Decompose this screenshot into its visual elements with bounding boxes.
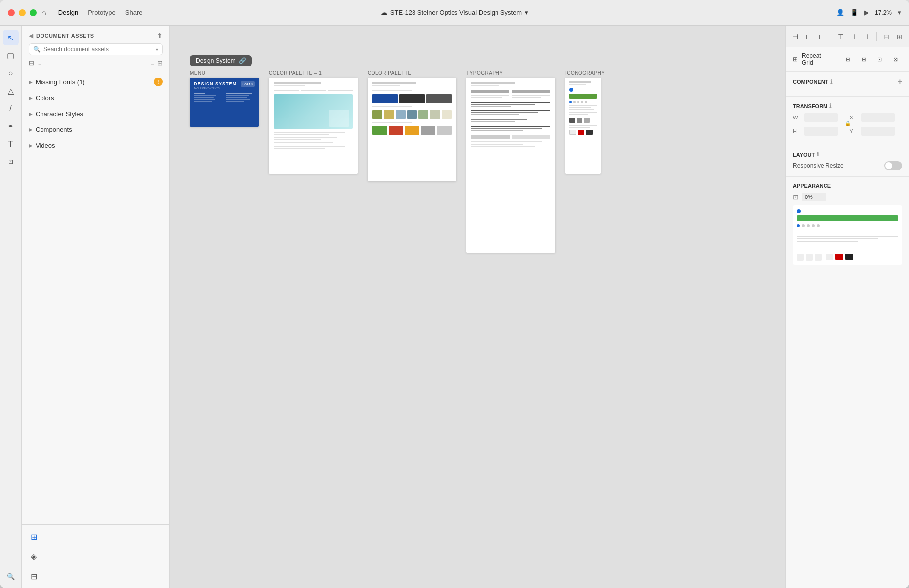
typo-text-line (471, 95, 509, 96)
repeat-grid-btn4[interactable]: ⊠ (888, 52, 902, 66)
ico-line (569, 109, 594, 110)
layout-label: LAYOUT (793, 152, 815, 157)
w-input[interactable] (804, 113, 838, 122)
component-add-icon[interactable]: + (898, 78, 902, 86)
opacity-input[interactable] (802, 193, 826, 201)
accent-swatches (372, 126, 452, 135)
search-bar[interactable]: 🔍 ▾ (29, 43, 163, 55)
menu-logo-text: LORA ▾ (243, 82, 253, 86)
cp1-text-line (274, 134, 329, 135)
tool-frame[interactable]: ▢ (3, 47, 19, 63)
w-label: W (793, 115, 800, 120)
ap-dot-sm (817, 224, 820, 227)
frame-label-value: Design System (196, 57, 236, 64)
cp1-label (301, 90, 326, 91)
cp1-subtitle-line (274, 85, 305, 86)
tool-search[interactable]: 🔍 (3, 568, 19, 584)
tool-text[interactable]: T (3, 136, 19, 152)
swatch-blue (372, 94, 398, 103)
artboard-typo[interactable] (466, 78, 555, 253)
menu-text-line (226, 97, 247, 98)
ico-subtitle (569, 84, 586, 85)
artboard-menu[interactable]: DESIGN SYSTEM TABLE OF CONTENTS LORA ▾ (190, 78, 259, 127)
nav-share[interactable]: Share (125, 9, 143, 16)
zoom-level[interactable]: 17.2% (875, 9, 892, 16)
ap-dot-sm (807, 224, 810, 227)
sort-icon[interactable]: ≡ (38, 59, 42, 67)
canvas-content: Design System 🔗 MENU DESIGN SYSTEM (170, 26, 785, 588)
search-input[interactable] (43, 46, 153, 53)
chevron-down-zoom[interactable]: ▾ (898, 9, 901, 16)
view-icons: ≡ ⊞ (150, 59, 163, 67)
cp1-label (274, 90, 299, 91)
minimize-button[interactable] (19, 9, 26, 16)
assets-icon[interactable]: ◈ (26, 549, 41, 564)
sidebar-item-character-styles[interactable]: ▶ Character Styles + (22, 106, 169, 121)
tool-crop[interactable]: ⊡ (3, 154, 19, 170)
artboard-cp1-container: COLOR PALETTE – 1 (269, 70, 358, 253)
nav-design[interactable]: Design (58, 9, 78, 16)
component-info-icon: ℹ (830, 79, 832, 85)
export-icon[interactable]: ⬆ (157, 32, 163, 39)
maximize-button[interactable] (30, 9, 37, 16)
h-input[interactable] (804, 127, 838, 136)
tool-triangle[interactable]: △ (3, 83, 19, 99)
ico-thumb-icons (569, 118, 597, 123)
artboard-cp-container: COLOR PALETTE (368, 70, 456, 253)
ap-icon (806, 254, 813, 261)
lock-icon[interactable]: 🔒 (845, 121, 851, 126)
plugins-icon[interactable]: ⊟ (26, 568, 41, 584)
chevron-search[interactable]: ▾ (156, 47, 158, 52)
tool-line[interactable]: / (3, 101, 19, 117)
layers-icon[interactable]: ⊞ (26, 529, 41, 545)
tool-select[interactable]: ↖ (3, 30, 19, 45)
sidebar-item-components[interactable]: ▶ Components + (22, 121, 169, 137)
transform-hy: H Y 🔒 (793, 127, 902, 139)
sidebar-item-colors[interactable]: ▶ Colors + (22, 90, 169, 106)
typo-text-line (471, 97, 502, 98)
close-button[interactable] (8, 9, 15, 16)
transform-info-icon: ℹ (829, 103, 831, 109)
home-icon[interactable]: ⌂ (41, 8, 46, 17)
typo-alpha-line2 (471, 104, 535, 105)
repeat-grid-btn1[interactable]: ⊟ (841, 52, 855, 66)
x-input[interactable] (861, 113, 895, 122)
list-view-icon[interactable]: ≡ (150, 59, 154, 67)
repeat-grid-btn2[interactable]: ⊞ (857, 52, 870, 66)
tool-pen[interactable]: ✒ (3, 118, 19, 134)
artboard-icon[interactable] (565, 78, 601, 174)
back-icon[interactable]: ◀ (29, 32, 33, 39)
align-top-icon[interactable]: ⊤ (835, 30, 846, 43)
align-left-icon[interactable]: ⊣ (790, 30, 801, 43)
ap-divider (797, 233, 898, 233)
distribute-v-icon[interactable]: ⊞ (894, 30, 905, 43)
transform-section-title: TRANSFORM ℹ (793, 103, 902, 109)
canvas[interactable]: Design System 🔗 MENU DESIGN SYSTEM (170, 26, 785, 588)
align-bottom-icon[interactable]: ⊥ (862, 30, 872, 43)
ico-line (569, 114, 588, 115)
artboard-cp[interactable] (368, 78, 456, 181)
nav-prototype[interactable]: Prototype (88, 9, 116, 16)
sidebar-item-videos[interactable]: ▶ Videos + (22, 137, 169, 153)
distribute-h-icon[interactable]: ⊟ (881, 30, 892, 43)
titlebar-right: 👤 📱 ▶ 17.2% ▾ (836, 9, 901, 16)
tool-ellipse[interactable]: ○ (3, 65, 19, 81)
sidebar-item-missing-fonts[interactable]: ▶ Missing Fonts (1) ! (22, 74, 169, 90)
typo-alpha-line9 (471, 121, 515, 122)
ap-text-line (797, 236, 898, 237)
typo-cols (471, 90, 550, 99)
play-icon[interactable]: ▶ (864, 9, 869, 16)
align-center-v-icon[interactable]: ⊥ (848, 30, 859, 43)
chevron-down-icon[interactable]: ▾ (525, 9, 528, 16)
responsive-toggle[interactable] (884, 161, 902, 170)
align-right-icon[interactable]: ⊢ (816, 30, 827, 43)
artboard-cp1[interactable] (269, 78, 358, 174)
align-center-h-icon[interactable]: ⊢ (803, 30, 814, 43)
y-input[interactable] (861, 127, 895, 136)
ico-thumbnail (577, 118, 582, 123)
repeat-grid-btn3[interactable]: ⊡ (872, 52, 886, 66)
filter-icon[interactable]: ⊟ (29, 59, 34, 67)
menu-text-line (194, 93, 205, 94)
cp1-image (274, 94, 353, 129)
grid-view-icon[interactable]: ⊞ (157, 59, 163, 67)
